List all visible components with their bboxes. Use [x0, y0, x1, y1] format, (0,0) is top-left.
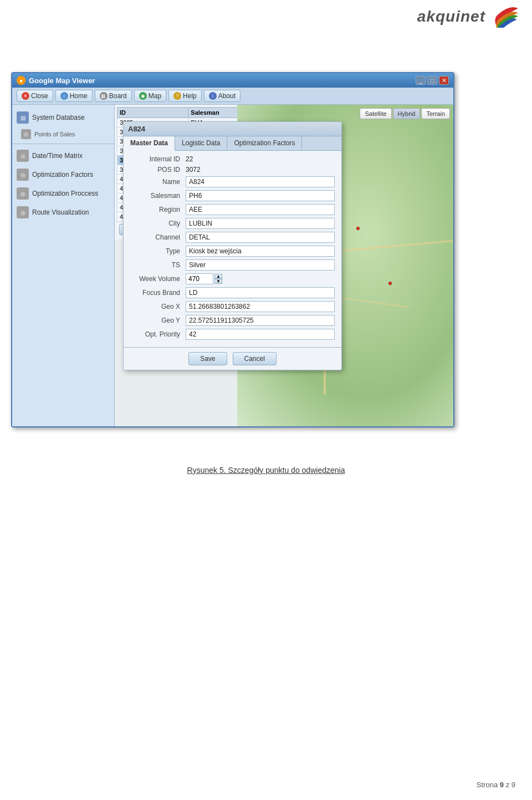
sidebar-datetime-label: Date/Time Matrix — [32, 152, 83, 160]
dialog-header: A824 — [124, 122, 341, 136]
help-label: Help — [183, 92, 197, 100]
close-label: Close — [31, 92, 48, 100]
sidebar-optimization-process-label: Optimization Proccess — [32, 190, 98, 197]
field-row-geo-y: Geo Y — [130, 315, 335, 326]
home-button[interactable]: ⌂ Home — [55, 90, 93, 102]
field-row-channel: Channel — [130, 232, 335, 243]
satellite-button[interactable]: Satellite — [360, 108, 391, 119]
page-prefix: Strona — [477, 781, 498, 789]
tab-optimization-factors[interactable]: Optimization Factors — [227, 136, 302, 150]
dialog-footer: Save Cancel — [124, 347, 341, 370]
help-button[interactable]: ? Help — [168, 90, 202, 102]
field-label-2: Name — [130, 178, 186, 186]
window-title: Google Map Viewer — [29, 77, 95, 85]
logo-area: akquinet — [417, 6, 521, 28]
field-value-1: 3072 — [186, 166, 335, 174]
help-icon: ? — [173, 92, 181, 100]
sidebar-optimization-factors-label: Optimization Factors — [32, 171, 93, 179]
sidebar-item-datetime-matrix[interactable]: ◎ Date/Time Matrix — [12, 146, 114, 165]
sidebar-divider-1 — [12, 144, 114, 144]
close-window-button[interactable]: ✕ — [439, 76, 449, 85]
tab-logistic-data[interactable]: Logistic Data — [175, 136, 227, 150]
field-label-3: Salesman — [130, 192, 186, 200]
optimization-process-icon: ◎ — [17, 187, 29, 200]
city-dot-1 — [356, 227, 360, 230]
route-visualization-icon: ◎ — [17, 206, 29, 218]
map-icon: ◉ — [139, 92, 147, 100]
board-button[interactable]: ▦ Board — [95, 90, 132, 102]
field-input-12[interactable] — [186, 315, 335, 326]
sidebar-item-optimization-factors[interactable]: ◎ Optimization Factors — [12, 165, 114, 184]
sidebar-item-points-of-sales[interactable]: ◎ Points of Sales — [12, 127, 114, 141]
spinner-down[interactable]: ▼ — [214, 279, 222, 284]
about-button[interactable]: i About — [204, 90, 241, 102]
map-controls: Satellite Hybrid Terrain — [360, 108, 450, 119]
save-button[interactable]: Save — [188, 352, 227, 365]
sidebar-route-visualization-label: Route Visualization — [32, 208, 89, 216]
field-value-0: 22 — [186, 155, 335, 163]
tab-master-data[interactable]: Master Data — [124, 136, 175, 151]
toolbar: ✕ Close ⌂ Home ▦ Board ◉ Map ? Help i Ab… — [12, 88, 453, 105]
points-of-sales-icon: ◎ — [21, 129, 31, 139]
col-header-id: ID — [117, 108, 188, 118]
field-input-11[interactable] — [186, 301, 335, 312]
field-label-6: Channel — [130, 233, 186, 241]
cancel-button[interactable]: Cancel — [233, 352, 277, 365]
field-label-0: Internal ID — [130, 155, 186, 163]
window-icon: ● — [17, 76, 25, 85]
page-total: 9 — [511, 781, 515, 789]
week-volume-input[interactable] — [186, 273, 213, 284]
field-row-region: Region — [130, 204, 335, 215]
city-dot-2 — [388, 282, 392, 285]
home-label: Home — [70, 92, 88, 100]
page-separator: z — [506, 781, 510, 789]
field-input-6[interactable] — [186, 232, 335, 243]
sidebar-points-of-sales-label: Points of Sales — [34, 131, 75, 137]
field-input-8[interactable] — [186, 259, 335, 271]
sidebar-system-database-label: System Database — [32, 114, 85, 121]
field-row-name: Name — [130, 176, 335, 187]
field-label-5: City — [130, 220, 186, 227]
home-icon: ⌂ — [60, 92, 68, 100]
field-input-3[interactable] — [186, 190, 335, 201]
field-row-salesman: Salesman — [130, 190, 335, 201]
field-input-7[interactable] — [186, 246, 335, 257]
page-current: 9 — [500, 781, 504, 789]
minimize-button[interactable]: _ — [416, 76, 426, 85]
dialog-body: Internal ID22POS ID3072NameSalesmanRegio… — [124, 151, 341, 347]
field-label-4: Region — [130, 206, 186, 213]
close-button[interactable]: ✕ Close — [17, 90, 53, 102]
terrain-button[interactable]: Terrain — [421, 108, 450, 119]
map-label: Map — [149, 92, 161, 100]
hybrid-button[interactable]: Hybrid — [393, 108, 421, 119]
field-input-4[interactable] — [186, 204, 335, 215]
field-label-11: Geo X — [130, 303, 186, 310]
field-row-geo-x: Geo X — [130, 301, 335, 312]
field-label-9: Week Volume — [130, 275, 186, 283]
field-row-opt.-priority: Opt. Priority — [130, 329, 335, 340]
sidebar-item-route-visualization[interactable]: ◎ Route Visualization — [12, 203, 114, 222]
maximize-button[interactable]: □ — [427, 76, 437, 85]
field-row-type: Type — [130, 246, 335, 257]
board-icon: ▦ — [100, 92, 108, 100]
field-row-week-volume: Week Volume▲▼ — [130, 273, 335, 284]
dialog-tabs: Master Data Logistic Data Optimization F… — [124, 136, 341, 151]
field-input-10[interactable] — [186, 287, 335, 298]
detail-dialog: A824 Master Data Logistic Data Optimizat… — [123, 121, 342, 370]
spinner-buttons: ▲▼ — [214, 274, 222, 284]
logo-text: akquinet — [417, 8, 485, 26]
board-label: Board — [109, 92, 127, 100]
field-input-2[interactable] — [186, 176, 335, 187]
spinner-up[interactable]: ▲ — [214, 274, 222, 279]
map-button[interactable]: ◉ Map — [134, 90, 166, 102]
week-volume-wrapper: ▲▼ — [186, 273, 222, 284]
sidebar-item-optimization-process[interactable]: ◎ Optimization Proccess — [12, 184, 114, 203]
field-row-focus-brand: Focus Brand — [130, 287, 335, 298]
field-input-5[interactable] — [186, 218, 335, 229]
field-input-13[interactable] — [186, 329, 335, 340]
sidebar-item-system-database[interactable]: ▤ System Database — [12, 108, 114, 127]
sidebar: ▤ System Database ◎ Points of Sales ◎ Da… — [12, 105, 115, 426]
app-body: ▤ System Database ◎ Points of Sales ◎ Da… — [12, 105, 453, 426]
main-content: ID Salesman Region N 3025PH4AEEA3045PH6A… — [115, 105, 453, 426]
field-label-13: Opt. Priority — [130, 330, 186, 338]
